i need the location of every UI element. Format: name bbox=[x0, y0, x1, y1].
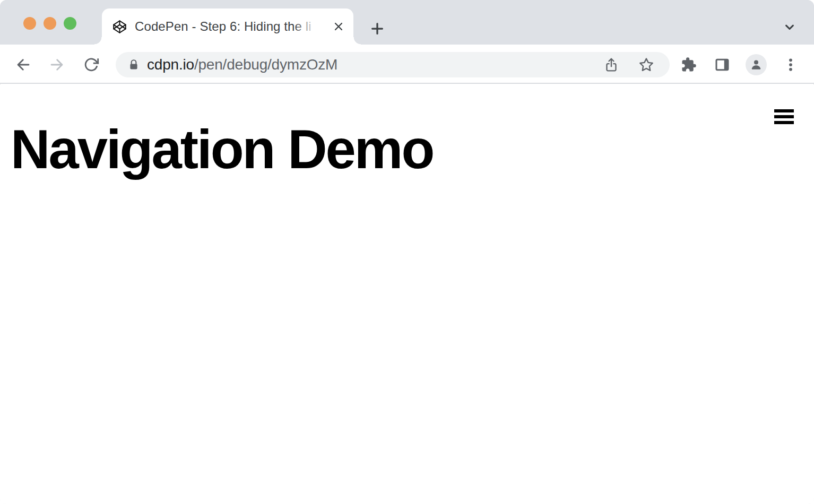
browser-menu-button[interactable] bbox=[782, 56, 799, 73]
tab-corner-left bbox=[94, 37, 102, 45]
window-maximize-button[interactable] bbox=[64, 17, 76, 30]
page-content: Navigation Demo bbox=[0, 85, 814, 504]
tab-close-button[interactable] bbox=[331, 19, 346, 34]
url-text: cdpn.io/pen/debug/dymzOzM bbox=[147, 56, 337, 73]
hamburger-menu-button[interactable] bbox=[774, 109, 794, 124]
browser-toolbar: cdpn.io/pen/debug/dymzOzM bbox=[0, 45, 814, 84]
reload-icon bbox=[83, 56, 100, 73]
reload-button[interactable] bbox=[83, 56, 100, 73]
arrow-right-icon bbox=[48, 56, 65, 73]
url-path: /pen/debug/dymzOzM bbox=[194, 56, 337, 73]
share-button[interactable] bbox=[603, 56, 620, 73]
address-bar[interactable]: cdpn.io/pen/debug/dymzOzM bbox=[116, 52, 670, 77]
new-tab-button[interactable] bbox=[369, 21, 385, 37]
hamburger-bar bbox=[774, 115, 794, 118]
star-icon bbox=[638, 57, 654, 73]
tab-list-chevron-button[interactable] bbox=[782, 20, 797, 34]
codepen-logo-icon bbox=[112, 20, 127, 34]
page-heading: Navigation Demo bbox=[0, 122, 814, 177]
tab-title-area: CodePen - Step 6: Hiding the li bbox=[135, 19, 324, 34]
tab-strip: CodePen - Step 6: Hiding the li bbox=[0, 0, 814, 45]
share-icon bbox=[603, 57, 619, 73]
window-close-button[interactable] bbox=[23, 17, 36, 30]
forward-button[interactable] bbox=[48, 56, 65, 73]
tab-corner-right bbox=[353, 37, 361, 45]
arrow-left-icon bbox=[15, 56, 32, 73]
tab-title-fade bbox=[293, 19, 324, 34]
bookmark-button[interactable] bbox=[638, 56, 655, 73]
omnibox-actions bbox=[603, 56, 655, 73]
profile-avatar-button[interactable] bbox=[746, 54, 767, 75]
side-panel-button[interactable] bbox=[714, 56, 731, 73]
url-domain: cdpn.io bbox=[147, 56, 194, 73]
lock-icon bbox=[127, 58, 140, 71]
browser-tab[interactable]: CodePen - Step 6: Hiding the li bbox=[102, 8, 353, 45]
hamburger-bar bbox=[774, 109, 794, 112]
side-panel-icon bbox=[714, 57, 730, 73]
extensions-button[interactable] bbox=[680, 56, 697, 73]
back-button[interactable] bbox=[15, 56, 32, 73]
hamburger-bar bbox=[774, 121, 794, 124]
person-icon bbox=[749, 58, 763, 72]
browser-window: CodePen - Step 6: Hiding the li bbox=[0, 0, 814, 504]
window-controls bbox=[23, 17, 76, 30]
kebab-menu-icon bbox=[783, 57, 799, 73]
puzzle-icon bbox=[681, 57, 697, 73]
window-minimize-button[interactable] bbox=[44, 17, 56, 30]
